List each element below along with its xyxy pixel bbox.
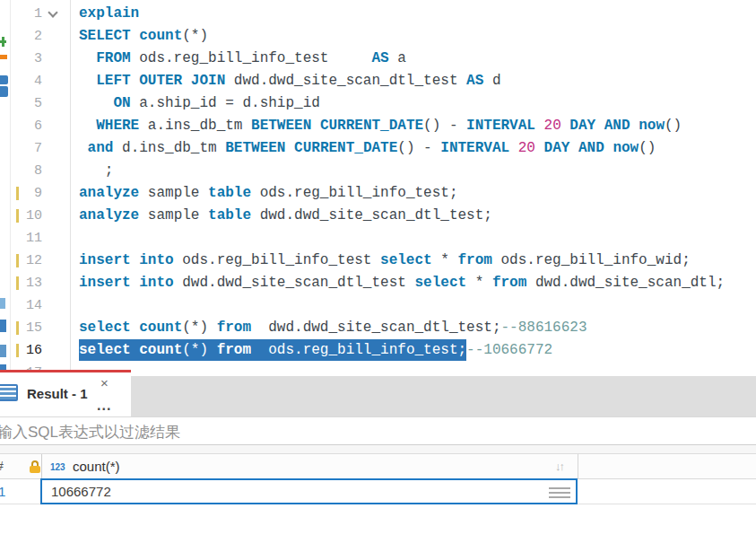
numeric-type-icon: 123 [50, 462, 65, 472]
code-line[interactable]: select count(*) from dwd.dwd_site_scan_d… [79, 317, 756, 339]
line-number: 14 [12, 294, 70, 317]
line-number: 5 [12, 92, 70, 115]
close-icon[interactable]: × [100, 375, 109, 390]
results-tabbar: Result - 1 × ... [0, 370, 756, 416]
line-number: 1 [12, 3, 70, 25]
refresh-icon[interactable] [0, 345, 6, 357]
filter-placeholder: 输入SQL表达式以过滤结果 [0, 422, 180, 442]
line-number: 3 [12, 48, 70, 70]
line-number: 6 [12, 115, 70, 137]
panel-divider [0, 445, 756, 454]
sql-editor-window: 1234567891011121314151617 explainSELECT … [0, 0, 756, 552]
row-number-cell[interactable]: 1 [0, 479, 42, 504]
row-number-header-label: # [0, 459, 4, 473]
tab-result-1[interactable]: Result - 1 × ... [0, 370, 131, 416]
more-options-icon[interactable]: ... [97, 398, 111, 414]
code-line[interactable]: FROM ods.reg_bill_info_test AS a [79, 48, 756, 70]
editor-gutter[interactable]: 1234567891011121314151617 [12, 0, 71, 370]
result-tab-label: Result - 1 [27, 386, 88, 401]
line-number: 10 [12, 205, 70, 227]
tool-icon[interactable] [0, 298, 5, 309]
row-number-header[interactable]: # [0, 454, 42, 479]
line-number: 15 [12, 317, 70, 339]
editor-left-toolbar [0, 0, 11, 370]
editor-code-area[interactable]: explainSELECT count(*) FROM ods.reg_bill… [72, 0, 756, 370]
column-header-count[interactable]: 123 count(*) ↓↑ [42, 454, 578, 479]
result-grid-icon [0, 384, 18, 401]
sort-icon[interactable]: ↓↑ [555, 460, 563, 473]
row-number: 1 [0, 484, 5, 499]
code-line[interactable]: insert into ods.reg_bill_info_test selec… [79, 250, 756, 272]
line-number: 2 [12, 25, 70, 48]
table-row: 1 10666772 [0, 479, 756, 504]
code-line[interactable]: and d.ins_db_tm BETWEEN CURRENT_DATE() -… [79, 137, 756, 160]
selected-cell[interactable]: 10666772 [40, 478, 578, 504]
cell-value: 10666772 [51, 484, 111, 499]
result-filter-input[interactable]: 输入SQL表达式以过滤结果 [0, 416, 756, 445]
code-line[interactable]: select count(*) from ods.reg_bill_info_t… [79, 339, 756, 362]
code-line[interactable]: SELECT count(*) [79, 25, 756, 48]
code-line[interactable]: ; [79, 160, 756, 182]
fold-chevron-icon[interactable] [48, 7, 57, 17]
column-header-label: count(*) [73, 459, 120, 474]
line-number: 8 [12, 160, 70, 182]
line-number: 17 [12, 362, 70, 370]
result-grid-header: # 123 count(*) ↓↑ [0, 454, 756, 479]
tool-icon[interactable] [0, 320, 6, 332]
code-line[interactable]: analyze sample table dwd.dwd_site_scan_d… [79, 205, 756, 227]
line-number: 11 [12, 227, 70, 250]
sql-code-editor[interactable]: 1234567891011121314151617 explainSELECT … [0, 0, 756, 370]
line-number: 13 [12, 272, 70, 294]
add-icon[interactable] [2, 37, 4, 47]
code-line[interactable] [79, 294, 756, 317]
cell-menu-icon[interactable] [549, 487, 570, 498]
tabbar-background [131, 376, 756, 416]
line-number: 16 [12, 339, 70, 362]
lock-icon [30, 460, 40, 473]
line-number: 4 [12, 70, 70, 92]
code-line[interactable] [79, 227, 756, 250]
script-icon[interactable] [0, 75, 8, 84]
code-line[interactable]: analyze sample table ods.reg_bill_info_t… [79, 182, 756, 205]
code-line[interactable]: explain [79, 3, 756, 25]
line-number: 7 [12, 137, 70, 160]
code-line[interactable]: LEFT OUTER JOIN dwd.dwd_site_scan_dtl_te… [79, 70, 756, 92]
code-line[interactable]: ON a.ship_id = d.ship_id [79, 92, 756, 115]
code-line[interactable]: insert into dwd.dwd_site_scan_dtl_test s… [79, 272, 756, 294]
line-number: 12 [12, 250, 70, 272]
code-line[interactable] [79, 362, 756, 370]
code-line[interactable]: WHERE a.ins_db_tm BETWEEN CURRENT_DATE()… [79, 115, 756, 137]
line-number: 9 [12, 182, 70, 205]
execute-icon[interactable] [0, 55, 7, 59]
script-icon[interactable] [0, 86, 8, 97]
